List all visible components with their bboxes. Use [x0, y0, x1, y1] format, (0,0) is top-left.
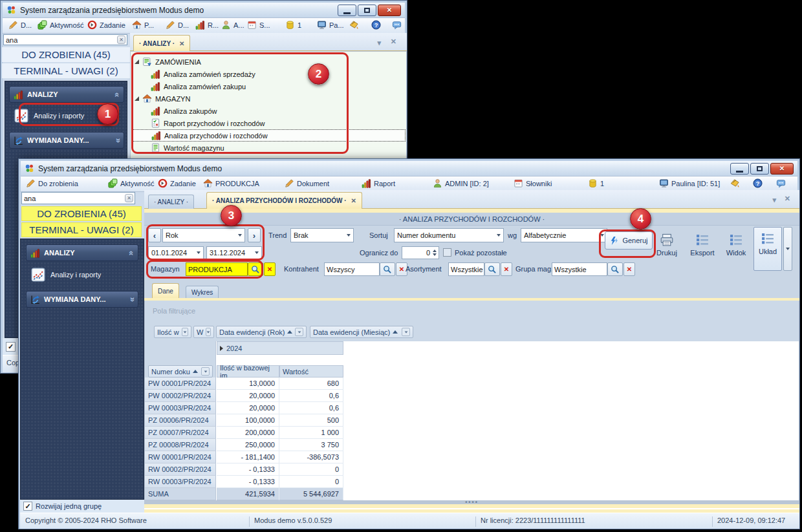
titlebar[interactable]: System zarządzania przedsiębiorstwem Mod…	[3, 3, 405, 18]
toolbar-item-do-zrobienia[interactable]: Do zrobienia	[26, 178, 78, 188]
toolbar-item-projekt[interactable]: P...	[132, 20, 154, 30]
uklad-button[interactable]: Układ	[753, 227, 782, 271]
tab-wykres[interactable]: Wykres	[186, 286, 219, 298]
pivot-field-rok[interactable]: Data ewidencji (Rok)	[216, 326, 307, 338]
toolbar-item-motyw[interactable]	[349, 20, 359, 30]
toolbar-item-produkcja[interactable]: PRODUKCJA	[203, 178, 259, 188]
todo-item[interactable]: DO ZROBIENIA (45)	[2, 47, 130, 62]
magnifier-icon	[488, 265, 497, 274]
titlebar[interactable]: System zarządzania przedsiębiorstwem Mod…	[21, 161, 797, 176]
nav-group-wymiana[interactable]: WYMIANA DANY... «	[26, 291, 138, 308]
column-header-wartosc[interactable]: Wartość	[279, 365, 343, 378]
minimize-button[interactable]	[730, 163, 749, 175]
toolbar-item-motyw[interactable]	[730, 178, 740, 188]
close-view-icon[interactable]: ✕	[785, 195, 790, 203]
maximize-button[interactable]	[750, 163, 769, 175]
spinner-arrows-icon[interactable]	[433, 250, 437, 256]
column-header-ilosc[interactable]: Ilość w bazowej jm	[217, 365, 279, 378]
close-tab-icon[interactable]: ✕	[179, 40, 184, 47]
sidebar-search[interactable]: ✕	[3, 34, 127, 45]
toolbar-item-raport[interactable]: R...	[195, 20, 219, 30]
search-input[interactable]	[22, 195, 125, 202]
tab-analizy[interactable]: · ANALIZY · ✕	[133, 35, 190, 51]
tab-dane[interactable]: Dane	[152, 283, 179, 298]
eksport-button[interactable]: Eksport	[685, 229, 720, 269]
expand-chevron-icon[interactable]: «	[115, 136, 120, 145]
limit-spinner[interactable]: 0	[402, 246, 439, 259]
nav-item-analizy-raporty[interactable]: Analizy i raporty	[27, 265, 137, 284]
toolbar-item-aktywnosc[interactable]: Aktywność	[108, 178, 155, 188]
toolbar-item-aktywnosc[interactable]: Aktywność	[38, 20, 84, 30]
toolbar-item-firma[interactable]: 1	[588, 178, 604, 188]
sort-combo[interactable]: Numer dokumentu	[394, 228, 504, 242]
grupa-clear-button[interactable]: ✕	[623, 262, 635, 276]
tab-analizy[interactable]: · ANALIZY ·	[148, 195, 194, 209]
magazyn-clear-button[interactable]: ✕	[264, 262, 276, 276]
wg-combo[interactable]: Alfabetycznie	[521, 228, 607, 242]
collapse-chevron-icon[interactable]: «	[115, 90, 120, 100]
tab-scroll-icon[interactable]: ▾	[377, 39, 381, 47]
row-field-numer-dokumentu[interactable]: Numer doku	[148, 365, 213, 378]
toolbar-item-wiadomosci[interactable]	[392, 20, 402, 30]
filter-dropdown-icon[interactable]	[402, 328, 410, 336]
todo-item-highlighted[interactable]: DO ZROBIENIA (45)	[21, 206, 142, 221]
nav-group-wymiana[interactable]: WYMIANA DANY... «	[9, 132, 124, 149]
bar-chart-icon	[195, 20, 205, 30]
asortyment-clear-button[interactable]: ✕	[501, 262, 512, 276]
nav-group-analizy[interactable]: ANALIZY «	[9, 86, 124, 103]
trend-combo[interactable]: Brak	[290, 228, 354, 242]
toolbar-item-admin[interactable]: A...	[221, 20, 244, 30]
toolbar-item-slowniki[interactable]: S...	[247, 20, 270, 30]
clear-search-icon[interactable]: ✕	[125, 194, 133, 202]
close-view-icon[interactable]: ✕	[391, 37, 396, 46]
checkbox-checked[interactable]: ✓	[6, 342, 16, 352]
kontrahent-field[interactable]: Wszyscy	[324, 262, 380, 276]
checkbox-checked[interactable]: ✓	[23, 502, 32, 511]
toolbar-item-pomoc[interactable]	[753, 178, 763, 188]
grupa-field[interactable]: Wszystkie	[552, 262, 607, 276]
asortyment-lookup-button[interactable]	[484, 262, 500, 276]
collapse-group-icon[interactable]	[220, 346, 223, 351]
pivot-field-miesiac[interactable]: Data ewidencji (Miesiąc)	[310, 326, 413, 338]
show-rest-checkbox[interactable]	[443, 248, 451, 257]
asortyment-field[interactable]: Wszystkie	[448, 262, 484, 276]
uklad-dropdown-button[interactable]	[783, 227, 792, 271]
close-tab-icon[interactable]: ✕	[351, 197, 356, 204]
clear-search-icon[interactable]: ✕	[117, 36, 125, 44]
toolbar-item-zadanie[interactable]: Zadanie	[87, 20, 125, 30]
tab-scroll-icon[interactable]: ▾	[772, 196, 776, 204]
kontrahent-lookup-button[interactable]	[380, 262, 395, 276]
filter-dropdown-icon[interactable]	[206, 328, 211, 336]
todo-item-highlighted[interactable]: TERMINAL - UWAGI (2)	[21, 222, 142, 237]
pivot-field-ilosc[interactable]: Ilość w	[154, 326, 191, 338]
toolbar-item-stacja[interactable]: Pa...	[317, 20, 344, 30]
expand-chevron-icon[interactable]: «	[129, 295, 134, 304]
widok-button[interactable]: Widok	[721, 229, 751, 269]
minimize-button[interactable]	[338, 5, 356, 16]
toolbar-item-dokument[interactable]: D...	[8, 20, 32, 30]
maximize-button[interactable]	[358, 5, 376, 16]
toolbar-item-dokument[interactable]: Dokument	[285, 178, 329, 188]
toolbar-item-stacja[interactable]: Paulina [ID: 51]	[659, 178, 720, 188]
toolbar-item-dokument2[interactable]: D...	[166, 20, 189, 30]
search-input[interactable]	[4, 36, 117, 44]
todo-item[interactable]: TERMINAL - UWAGI (2)	[2, 63, 130, 78]
filter-dropdown-icon[interactable]	[201, 367, 210, 376]
toolbar-item-wiadomosci[interactable]	[776, 178, 786, 188]
collapse-chevron-icon[interactable]: «	[129, 248, 134, 258]
column-group-2024[interactable]: 2024	[217, 341, 343, 355]
pivot-field-w[interactable]: W	[193, 326, 214, 338]
close-button[interactable]: ✕	[770, 163, 794, 175]
grupa-lookup-button[interactable]	[607, 262, 623, 276]
toolbar-item-zadanie[interactable]: Zadanie	[158, 178, 196, 188]
toolbar-item-admin[interactable]: ADMIN [ID: 2]	[433, 178, 489, 188]
toolbar-item-firma[interactable]: 1	[285, 20, 301, 30]
filter-dropdown-icon[interactable]	[295, 328, 303, 336]
toolbar-item-pomoc[interactable]	[371, 20, 381, 30]
sidebar-search[interactable]: ✕	[21, 192, 135, 204]
nav-group-analizy[interactable]: ANALIZY «	[26, 244, 138, 261]
toolbar-item-raport[interactable]: Raport	[362, 178, 395, 188]
toolbar-item-slowniki[interactable]: Słowniki	[514, 178, 552, 188]
filter-dropdown-icon[interactable]	[182, 328, 188, 336]
close-button[interactable]: ✕	[378, 5, 401, 16]
